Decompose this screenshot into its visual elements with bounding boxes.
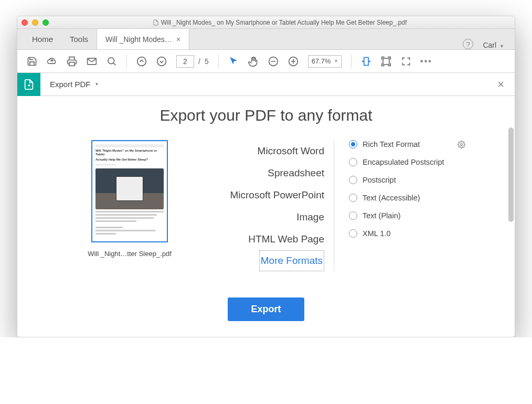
format-option-list: Rich Text Format Encapsulated Postscript… (339, 140, 465, 271)
export-content: Export your PDF to any format Will "Nigh… (17, 96, 515, 337)
format-category-list: Microsoft Word Spreadsheet Microsoft Pow… (198, 140, 334, 271)
page-down-icon[interactable] (156, 56, 167, 67)
svg-point-4 (137, 57, 146, 66)
chevron-down-icon: ▼ (499, 44, 504, 49)
search-icon[interactable] (107, 56, 117, 67)
tab-home[interactable]: Home (24, 28, 61, 49)
radio-icon (349, 229, 357, 238)
radio-icon (349, 211, 357, 220)
category-image[interactable]: Image (296, 206, 324, 228)
page-total: 5 (205, 57, 209, 66)
radio-icon (349, 176, 357, 184)
option-ps[interactable]: Postscript (349, 176, 465, 184)
zoom-out-icon[interactable] (268, 56, 279, 67)
tab-row: Home Tools Will _Night Modes… × ? Carl▼ (17, 29, 515, 50)
svg-point-2 (108, 57, 114, 63)
option-xml[interactable]: XML 1.0 (349, 229, 465, 238)
window-minimize-button[interactable] (32, 19, 38, 26)
window-maximize-button[interactable] (42, 19, 49, 26)
export-panel-bar: Export PDF ▼ × (17, 73, 515, 96)
category-html[interactable]: HTML Web Page (248, 228, 324, 250)
tab-document[interactable]: Will _Night Modes… × (97, 28, 189, 49)
gear-icon[interactable] (457, 141, 465, 148)
page-up-icon[interactable] (136, 56, 147, 67)
export-heading: Export your PDF to any format (17, 96, 515, 140)
fit-page-icon[interactable] (381, 56, 391, 67)
category-word[interactable]: Microsoft Word (258, 140, 324, 162)
close-panel-icon[interactable]: × (497, 78, 504, 91)
tab-tools[interactable]: Tools (61, 28, 97, 49)
select-tool-icon[interactable] (228, 56, 239, 67)
page-separator: / (198, 57, 200, 66)
window-close-button[interactable] (22, 19, 28, 26)
svg-rect-11 (364, 57, 368, 65)
export-button[interactable]: Export (228, 297, 304, 321)
cloud-upload-icon[interactable] (47, 56, 57, 67)
user-menu[interactable]: Carl▼ (483, 41, 504, 49)
svg-point-13 (461, 143, 463, 145)
option-text-plain[interactable]: Text (Plain) (349, 211, 465, 220)
thumbnail-filename: Will _Night…tter Sleep_.pdf (88, 250, 172, 258)
option-rtf[interactable]: Rich Text Format (349, 140, 465, 148)
svg-point-5 (157, 57, 166, 66)
category-spreadsheet[interactable]: Spreadsheet (268, 162, 324, 184)
page-number-input[interactable] (176, 55, 194, 68)
radio-icon (349, 140, 357, 148)
document-thumbnail[interactable]: Will "Night Modes" on My Smartphone or T… (91, 140, 168, 242)
pdf-file-icon (153, 19, 159, 26)
window-title: Will _Night Modes_ on My Smartphone or T… (49, 19, 510, 26)
pan-tool-icon[interactable] (248, 56, 259, 67)
radio-icon (349, 158, 357, 166)
fit-width-icon[interactable] (361, 56, 371, 67)
save-icon[interactable] (27, 56, 37, 67)
zoom-in-icon[interactable] (288, 56, 299, 67)
svg-rect-12 (384, 58, 390, 65)
help-icon[interactable]: ? (463, 39, 473, 49)
category-more-formats[interactable]: More Formats (259, 250, 324, 271)
option-text-accessible[interactable]: Text (Accessible) (349, 194, 465, 202)
chevron-down-icon: ▼ (334, 59, 338, 63)
panel-title: Export PDF (50, 80, 91, 89)
option-eps[interactable]: Encapsulated Postscript (349, 158, 465, 166)
close-tab-icon[interactable]: × (176, 35, 180, 44)
window-titlebar: Will _Night Modes_ on My Smartphone or T… (17, 16, 515, 29)
mail-icon[interactable] (87, 56, 97, 67)
export-pdf-icon[interactable] (17, 73, 40, 96)
scrollbar[interactable] (508, 127, 514, 222)
svg-line-3 (113, 63, 115, 65)
print-icon[interactable] (67, 56, 77, 67)
main-toolbar: / 5 67.7% ▼ ••• (17, 50, 515, 73)
radio-icon (349, 194, 357, 202)
category-powerpoint[interactable]: Microsoft PowerPoint (230, 184, 324, 206)
fullscreen-icon[interactable] (401, 56, 411, 67)
zoom-select[interactable]: 67.7% ▼ (308, 55, 342, 68)
tab-document-label: Will _Night Modes… (105, 35, 172, 44)
chevron-down-icon[interactable]: ▼ (95, 82, 99, 87)
more-tools-icon[interactable]: ••• (421, 56, 431, 67)
svg-rect-0 (69, 62, 75, 66)
